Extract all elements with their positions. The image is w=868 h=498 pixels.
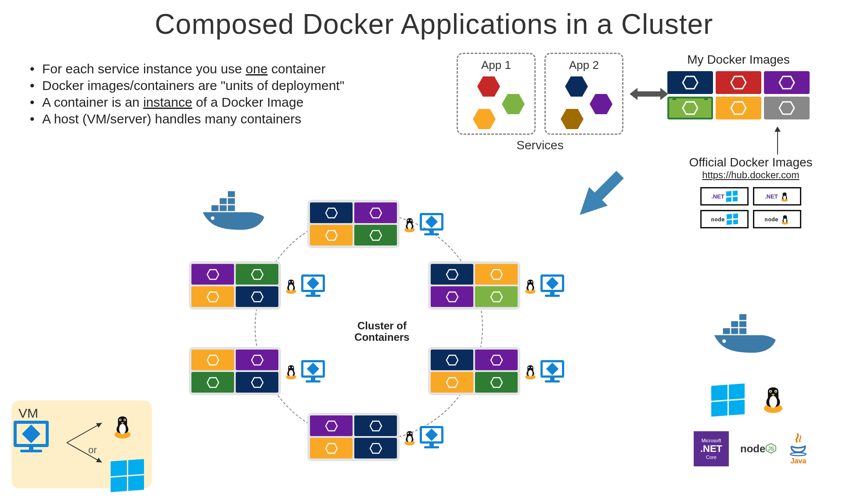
- svg-text:JS: JS: [768, 446, 774, 452]
- service-hex-icon: [561, 109, 583, 129]
- docker-image-icon: [764, 97, 810, 119]
- up-arrow-icon: [777, 131, 778, 155]
- svg-point-70: [407, 436, 412, 443]
- container-box-icon: [236, 350, 278, 370]
- cluster-node: [307, 411, 448, 463]
- container-box-icon: [191, 264, 234, 285]
- linux-tux-icon: [780, 213, 790, 225]
- my-docker-images: My Docker Images: [667, 53, 810, 119]
- container-box-icon: [354, 202, 397, 223]
- linux-tux-icon: [284, 362, 299, 380]
- container-box-icon: [310, 438, 353, 458]
- linux-tux-icon: [284, 277, 299, 294]
- service-hex-icon: [473, 109, 496, 129]
- cluster-panel: Cluster ofContainers: [176, 195, 588, 476]
- container-box-icon: [191, 286, 234, 307]
- svg-point-47: [528, 281, 529, 282]
- svg-marker-1: [731, 76, 746, 89]
- or-label: or: [88, 444, 97, 456]
- svg-point-30: [407, 223, 412, 230]
- cluster-node: [189, 259, 329, 312]
- svg-marker-65: [326, 421, 337, 431]
- tech-logos: Microsoft .NET Core nodeJS Java: [694, 431, 808, 466]
- container-box-icon: [431, 350, 473, 370]
- docker-image-icon: [716, 71, 761, 94]
- windows-logo-icon: [111, 460, 144, 491]
- svg-marker-59: [447, 378, 458, 387]
- container-box-icon: [354, 438, 397, 458]
- vm-monitor-icon: [300, 360, 326, 383]
- container-box-icon: [475, 286, 518, 307]
- svg-point-32: [411, 220, 412, 221]
- svg-marker-34: [252, 270, 263, 279]
- docker-whale-icon: [711, 312, 782, 364]
- svg-point-7: [783, 195, 786, 200]
- svg-rect-19: [731, 328, 738, 334]
- svg-marker-58: [491, 355, 502, 365]
- svg-point-55: [289, 367, 290, 368]
- svg-point-72: [411, 433, 412, 434]
- service-hex-icon: [477, 76, 500, 97]
- branch-arrow-icon: [62, 416, 115, 469]
- svg-point-40: [292, 281, 293, 282]
- linux-tux-icon: [780, 191, 789, 202]
- svg-marker-33: [207, 270, 219, 279]
- container-box-icon: [191, 372, 234, 393]
- svg-marker-67: [326, 444, 337, 453]
- svg-line-73: [67, 423, 102, 443]
- svg-point-54: [289, 370, 293, 377]
- windows-logo-icon: [727, 213, 738, 225]
- cluster-node: [428, 259, 569, 312]
- container-box-icon: [310, 415, 353, 436]
- svg-marker-66: [370, 421, 382, 431]
- cluster-node: [307, 198, 448, 250]
- bullet-item: For each service instance you use one co…: [30, 61, 344, 76]
- linux-tux-icon: [523, 362, 538, 380]
- bullet-item: A host (VM/server) handles many containe…: [30, 112, 344, 126]
- linux-tux-icon: [402, 428, 417, 446]
- container-box-icon: [191, 350, 234, 370]
- container-box-icon: [431, 372, 473, 393]
- linux-tux-icon: [760, 382, 787, 415]
- container-box-icon: [310, 202, 353, 223]
- service-hex-icon: [565, 76, 588, 97]
- windows-logo-icon: [711, 385, 745, 415]
- official-title: Official Docker Images: [676, 155, 825, 170]
- official-image-box: node: [700, 210, 749, 228]
- app-label: App 1: [464, 58, 528, 72]
- svg-marker-42: [491, 270, 502, 279]
- official-link: https://hub.docker.com: [676, 170, 825, 181]
- svg-point-39: [289, 281, 290, 282]
- svg-marker-44: [491, 292, 502, 302]
- vm-monitor-icon: [419, 213, 444, 235]
- vm-monitor-icon: [540, 360, 565, 383]
- svg-marker-50: [252, 355, 263, 365]
- container-box-icon: [354, 415, 397, 436]
- container-box-icon: [310, 225, 353, 245]
- vm-monitor-icon: [300, 274, 326, 297]
- svg-marker-35: [207, 292, 219, 302]
- app-box: App 2: [544, 53, 623, 135]
- svg-point-89: [790, 453, 806, 456]
- svg-rect-22: [739, 321, 746, 327]
- svg-point-38: [289, 285, 293, 291]
- docker-image-icon: [764, 71, 810, 94]
- svg-point-71: [407, 433, 409, 434]
- svg-point-80: [124, 419, 126, 421]
- double-arrow-icon: [631, 88, 666, 100]
- svg-point-85: [770, 391, 771, 392]
- svg-marker-68: [370, 444, 382, 453]
- svg-point-86: [775, 391, 777, 392]
- app-label: App 2: [552, 58, 616, 72]
- svg-point-76: [119, 424, 126, 434]
- svg-marker-3: [683, 102, 698, 114]
- page-title: Composed Docker Applications in a Cluste…: [0, 0, 868, 40]
- svg-point-56: [292, 367, 293, 368]
- svg-marker-41: [447, 270, 458, 279]
- netcore-logo-icon: Microsoft .NET Core: [694, 431, 729, 466]
- svg-marker-49: [207, 355, 219, 365]
- svg-rect-21: [731, 321, 738, 327]
- docker-image-icon: [667, 71, 713, 94]
- svg-marker-51: [207, 378, 219, 387]
- linux-tux-icon: [111, 412, 134, 441]
